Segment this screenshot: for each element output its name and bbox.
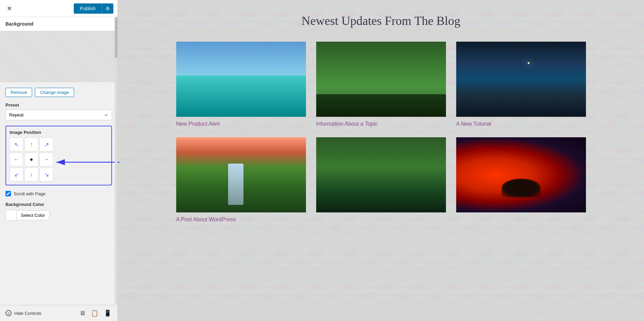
blog-card-4: A Post About WordPress — [176, 137, 306, 223]
scroll-with-page-label: Scroll with Page — [14, 191, 45, 196]
blog-image-stream2 — [316, 137, 446, 212]
blog-link-3[interactable]: A New Tutorial — [456, 121, 586, 127]
scroll-with-page-checkbox[interactable] — [5, 191, 11, 196]
blog-image-ocean — [176, 42, 306, 117]
blog-link-1[interactable]: New Product Alert — [176, 121, 306, 127]
publish-area: Publish ⚙ — [74, 3, 113, 14]
blog-link-4[interactable]: A Post About WordPress — [176, 217, 306, 223]
scroll-with-page-row: Scroll with Page — [5, 191, 112, 196]
blog-image-waterfall — [176, 137, 306, 212]
tablet-icon: 📋 — [91, 310, 98, 317]
main-content: Newest Updates From The Blog New Product… — [118, 0, 644, 321]
sidebar: ✕ Publish ⚙ Background Remove Change ima… — [0, 0, 118, 321]
blog-image-red-sky — [456, 137, 586, 212]
blog-card-6 — [456, 137, 586, 223]
blog-card-5 — [316, 137, 446, 223]
select-color-button[interactable]: Select Color — [16, 210, 50, 220]
blog-title: Newest Updates From The Blog — [176, 14, 586, 28]
position-grid: ↖ ↑ ↗ ← ● → ↙ ↓ ↘ — [10, 138, 53, 181]
hide-controls-button[interactable]: ◎ Hide Controls — [5, 310, 41, 316]
position-top-right[interactable]: ↗ — [40, 138, 53, 151]
position-bottom-right[interactable]: ↘ — [40, 168, 53, 181]
position-middle-right[interactable]: → — [40, 153, 53, 166]
sidebar-section-title: Background — [0, 17, 117, 31]
background-preview — [0, 31, 117, 82]
image-position-section: Image Position ↖ ↑ ↗ ← ● → ↙ ↓ ↘ — [5, 126, 112, 185]
sidebar-scroll-thumb[interactable] — [115, 17, 117, 58]
background-color-label: Background Color — [5, 202, 112, 207]
change-image-button[interactable]: Change image — [35, 88, 74, 97]
preset-field: Preset Repeat Cover Contain Default — [5, 102, 112, 120]
blog-grid: New Product Alert Information About a To… — [176, 42, 586, 223]
eye-icon: ◎ — [5, 310, 12, 316]
background-color-section: Background Color Select Color — [5, 202, 112, 221]
position-top-left[interactable]: ↖ — [10, 138, 23, 151]
sidebar-top-bar: ✕ Publish ⚙ — [0, 0, 117, 17]
sidebar-controls: Remove Change image Preset Repeat Cover … — [0, 82, 117, 232]
mobile-view-button[interactable]: 📱 — [103, 309, 112, 318]
sidebar-content: Background Remove Change image Preset Re… — [0, 17, 117, 305]
preset-select[interactable]: Repeat Cover Contain Default — [5, 110, 112, 120]
close-button[interactable]: ✕ — [4, 3, 15, 14]
blog-image-night-lake — [456, 42, 586, 117]
image-action-buttons: Remove Change image — [5, 88, 112, 97]
view-icons: 🖥 📋 📱 — [79, 309, 112, 318]
publish-button[interactable]: Publish — [74, 3, 102, 14]
position-bottom-left[interactable]: ↙ — [10, 168, 23, 181]
color-picker-row: Select Color — [5, 210, 112, 221]
blog-link-2[interactable]: Information About a Topic — [316, 121, 446, 127]
blog-card-3: A New Tutorial — [456, 42, 586, 127]
preset-label: Preset — [5, 102, 112, 108]
image-position-label: Image Position — [10, 130, 108, 135]
close-icon: ✕ — [7, 5, 12, 12]
desktop-view-button[interactable]: 🖥 — [79, 309, 86, 318]
position-middle-center[interactable]: ● — [25, 153, 38, 166]
hide-controls-bar: ◎ Hide Controls 🖥 📋 📱 — [0, 305, 117, 321]
gear-icon: ⚙ — [106, 6, 110, 11]
mobile-icon: 📱 — [104, 310, 111, 317]
color-swatch[interactable] — [5, 210, 16, 221]
blog-image-forest — [316, 42, 446, 117]
sidebar-scrollbar[interactable] — [115, 17, 117, 304]
desktop-icon: 🖥 — [79, 310, 85, 317]
settings-button[interactable]: ⚙ — [102, 3, 113, 14]
blog-section: Newest Updates From The Blog New Product… — [176, 14, 586, 223]
tablet-view-button[interactable]: 📋 — [90, 309, 99, 318]
position-top-center[interactable]: ↑ — [25, 138, 38, 151]
blog-card-1: New Product Alert — [176, 42, 306, 127]
position-bottom-center[interactable]: ↓ — [25, 168, 38, 181]
remove-button[interactable]: Remove — [5, 88, 32, 97]
hide-controls-label: Hide Controls — [14, 311, 41, 316]
position-middle-left[interactable]: ← — [10, 153, 23, 166]
blog-card-2: Information About a Topic — [316, 42, 446, 127]
